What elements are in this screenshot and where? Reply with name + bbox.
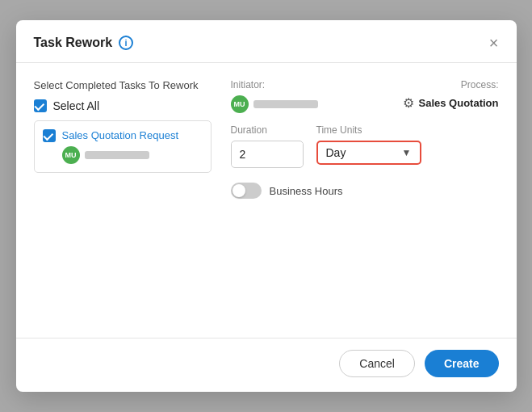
initiator-label: Initiator: <box>231 79 318 90</box>
duration-label: Duration <box>231 124 304 136</box>
chevron-down-icon: ▼ <box>402 147 412 158</box>
initiator-name-redacted <box>253 100 318 108</box>
time-units-select[interactable]: Day ▼ <box>316 141 421 165</box>
duration-input-wrap: ▲ ▼ <box>231 141 304 168</box>
select-tasks-label: Select Completed Tasks To Rework <box>34 79 212 91</box>
time-units-value: Day <box>326 146 346 159</box>
create-button[interactable]: Create <box>425 350 499 377</box>
process-name: Sales Quotation <box>419 97 499 109</box>
cancel-button[interactable]: Cancel <box>339 350 415 377</box>
select-all-checkbox[interactable] <box>34 99 47 112</box>
initiator-avatar: MU <box>231 95 249 113</box>
modal-container: Task Rework i × Select Completed Tasks T… <box>16 20 517 392</box>
process-icon: ⚙ <box>403 95 414 111</box>
task-name-link[interactable]: Sales Quotation Request <box>62 129 179 141</box>
duration-input[interactable] <box>232 143 304 166</box>
task-list-box: Sales Quotation Request MU <box>34 120 212 173</box>
modal-overlay: Task Rework i × Select Completed Tasks T… <box>0 0 532 412</box>
user-name-redacted <box>85 151 149 159</box>
business-hours-label: Business Hours <box>270 185 343 197</box>
process-row: ⚙ Sales Quotation <box>403 95 499 111</box>
task-user-row: MU <box>62 146 179 164</box>
close-button[interactable]: × <box>489 35 499 51</box>
modal-header: Task Rework i × <box>16 20 517 63</box>
select-all-label: Select All <box>53 99 100 112</box>
business-hours-toggle[interactable] <box>231 183 262 199</box>
modal-footer: Cancel Create <box>16 338 517 392</box>
duration-row: Duration ▲ ▼ Time Units Day <box>231 124 499 168</box>
info-icon[interactable]: i <box>119 36 133 50</box>
task-item-content: Sales Quotation Request MU <box>62 129 179 164</box>
time-units-label: Time Units <box>316 124 421 136</box>
modal-body: Select Completed Tasks To Rework Select … <box>16 63 517 338</box>
left-panel: Select Completed Tasks To Rework Select … <box>34 79 212 322</box>
select-all-row: Select All <box>34 99 212 112</box>
table-row: Sales Quotation Request MU <box>43 129 203 164</box>
avatar: MU <box>62 146 80 164</box>
task-checkbox[interactable] <box>43 129 56 142</box>
right-panel: Initiator: MU Process: ⚙ Sales Quotation <box>231 79 499 322</box>
duration-col: Duration ▲ ▼ <box>231 124 304 168</box>
process-col: Process: ⚙ Sales Quotation <box>403 79 499 111</box>
timeunits-col: Time Units Day ▼ <box>316 124 421 165</box>
initiator-row: MU <box>231 95 318 113</box>
modal-title: Task Rework <box>34 36 113 50</box>
initiator-col: Initiator: MU <box>231 79 318 113</box>
top-info-row: Initiator: MU Process: ⚙ Sales Quotation <box>231 79 499 113</box>
toggle-knob <box>232 184 245 197</box>
process-label: Process: <box>461 79 499 90</box>
business-hours-row: Business Hours <box>231 183 499 199</box>
